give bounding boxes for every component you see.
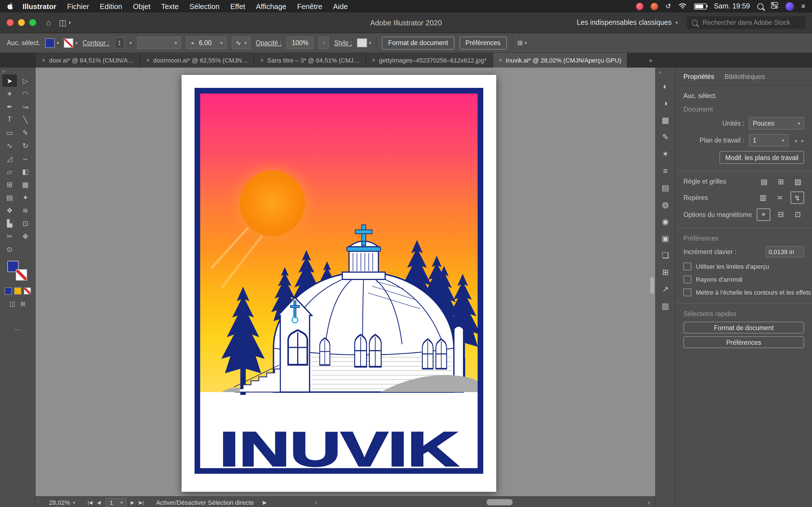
fill-color-control[interactable]: ▾ (45, 38, 59, 48)
wifi-icon[interactable] (678, 2, 687, 10)
width-profile-dropdown[interactable]: ∿ ▾ (232, 37, 251, 49)
stroke-panel-icon[interactable]: ≡ (656, 162, 675, 179)
close-window-button[interactable] (7, 19, 13, 26)
rail-expand-icon[interactable]: « (656, 69, 661, 75)
tool-free-transform[interactable]: ▱ (2, 165, 17, 177)
doc-tab-inuvik-active[interactable]: × Inuvik.ai* @ 28,02% (CMJN/Aperçu GPU) (493, 53, 627, 68)
opacity-input[interactable] (291, 39, 310, 47)
tool-mesh[interactable]: ▦ (18, 178, 33, 190)
key-increment-input[interactable] (766, 246, 804, 258)
opacity-link[interactable]: Opacité : (256, 40, 282, 46)
stroke-weight-input[interactable] (198, 39, 217, 47)
fill-swatch[interactable] (45, 38, 55, 48)
tool-blend[interactable]: ❖ (2, 204, 17, 216)
corner-radii-checkbox[interactable] (683, 276, 691, 283)
tool-column-graph[interactable]: ▙ (2, 217, 17, 229)
zoom-window-button[interactable] (29, 19, 36, 26)
preferences-button[interactable]: Préférences (459, 36, 507, 49)
edit-artboards-button[interactable]: Modif. les plans de travail (719, 151, 804, 164)
tool-paintbrush[interactable]: ✎ (18, 126, 33, 138)
menu-fichier[interactable]: Fichier (67, 2, 89, 10)
previous-artboard-icon[interactable]: ◂ (794, 137, 797, 144)
tool-symbol-sprayer[interactable]: ≋ (18, 204, 33, 216)
align-options-control[interactable]: ⊞ ▾ (517, 39, 527, 47)
tool-slice[interactable]: ✂ (2, 230, 17, 242)
menu-texte[interactable]: Texte (161, 2, 179, 10)
tool-artboard[interactable]: ⊡ (18, 217, 33, 229)
asset-export-panel-icon[interactable]: ↗ (656, 281, 675, 297)
opacity-field[interactable] (287, 37, 314, 49)
tool-magic-wand[interactable]: ✶ (2, 87, 17, 100)
doc-tab-door[interactable]: × door.ai* @ 64,51% (CMJN/A… (36, 53, 140, 68)
apple-logo-icon[interactable] (7, 2, 13, 10)
tool-gradient[interactable]: ▤ (2, 191, 17, 203)
stepper-down-icon[interactable]: ▾ (118, 43, 120, 46)
tab-close-icon[interactable]: × (499, 56, 502, 64)
tool-zoom[interactable]: ⊙ (2, 243, 17, 255)
stroke-weight-field[interactable]: ◄ ▾ (186, 37, 227, 49)
color-panel-icon[interactable]: ◐ (656, 78, 675, 95)
artboards-panel-icon[interactable]: ⊞ (656, 264, 675, 281)
menu-extra-icon-2[interactable] (651, 3, 658, 10)
layers-panel-icon[interactable]: ❏ (656, 247, 675, 264)
tab-overflow-button[interactable]: » (649, 53, 652, 68)
time-machine-icon[interactable]: ↺ (665, 2, 671, 10)
artboard-dropdown[interactable]: 1 ▾ (749, 134, 788, 147)
vertical-scrollbar-thumb[interactable] (650, 277, 654, 294)
opacity-options-button[interactable]: › (319, 37, 329, 49)
brush-definition-dropdown[interactable]: ▾ (137, 37, 181, 49)
tab-close-icon[interactable]: × (371, 56, 375, 64)
menu-effet[interactable]: Effet (231, 2, 245, 10)
snap-to-grid-icon[interactable]: ⊟ (775, 209, 787, 220)
tool-lasso[interactable]: ◠ (18, 87, 33, 100)
tool-rectangle[interactable]: ▭ (2, 126, 17, 138)
style-link[interactable]: Style : (334, 40, 352, 46)
arrange-documents-icon[interactable]: ◫ ▾ (59, 18, 71, 27)
stroke-color-well[interactable] (16, 269, 27, 281)
units-dropdown[interactable]: Pouces ▾ (749, 117, 804, 129)
smart-guides-icon[interactable]: ↯ (791, 191, 804, 204)
preview-bounds-checkbox[interactable] (683, 263, 691, 270)
tool-shaper[interactable]: ∿ (2, 139, 17, 152)
menu-objet[interactable]: Objet (133, 2, 150, 10)
first-artboard-button[interactable]: |◀ (88, 500, 93, 505)
tool-direct-selection[interactable]: ▷ (18, 74, 33, 87)
color-swatch[interactable] (4, 287, 11, 295)
zoom-control[interactable]: 28,02% ▾ (49, 499, 75, 506)
next-artboard-button[interactable]: ▶ (131, 500, 134, 505)
chevron-down-icon[interactable]: ▾ (130, 40, 132, 45)
tool-hand[interactable]: ✥ (18, 230, 33, 242)
edit-toolbar-ellipsis[interactable]: … (13, 323, 21, 332)
tab-close-icon[interactable]: × (260, 56, 264, 64)
canvas-pasteboard[interactable]: INUVIK (36, 68, 655, 496)
scroll-left-icon[interactable]: ‹ (315, 499, 317, 506)
artboard-number-input[interactable] (109, 499, 117, 506)
doc-tab-sans-titre[interactable]: × Sans titre – 3* @ 64,51% (CMJ… (254, 53, 366, 68)
tool-perspective-grid[interactable]: ⊞ (2, 178, 17, 190)
tab-proprietes[interactable]: Propriétés (683, 73, 714, 80)
adobe-stock-searchbox[interactable] (687, 16, 805, 29)
transparency-panel-icon[interactable]: ◍ (656, 196, 675, 213)
tool-rotate[interactable]: ↻ (18, 139, 33, 152)
tab-close-icon[interactable]: × (42, 56, 46, 64)
stroke-swatch[interactable] (64, 38, 73, 48)
gradient-swatch[interactable] (14, 287, 21, 295)
tool-type[interactable]: T (2, 113, 17, 126)
symbols-panel-icon[interactable]: ✶ (656, 145, 675, 162)
last-artboard-button[interactable]: ▶| (139, 500, 144, 505)
artboard-number-field[interactable]: ▾ (105, 498, 126, 507)
status-play-icon[interactable]: ▶ (263, 500, 267, 505)
toolbar-collapse-icon[interactable]: « (0, 68, 5, 74)
tab-bibliotheques[interactable]: Bibliothèques (724, 73, 765, 80)
battery-icon[interactable] (694, 3, 707, 9)
tool-selection[interactable]: ➤ (2, 74, 17, 87)
change-screen-mode-icon[interactable]: ⊞ (20, 300, 26, 307)
stroke-color-control[interactable]: ▾ (64, 38, 78, 48)
libraries-panel-icon[interactable]: ▥ (656, 297, 675, 314)
swatches-panel-icon[interactable]: ▦ (656, 112, 675, 128)
appearance-panel-icon[interactable]: ◉ (656, 213, 675, 230)
tool-pen[interactable]: ✒ (2, 100, 17, 113)
menu-extra-icon-1[interactable] (636, 3, 644, 10)
workspace-switcher[interactable]: Les indispensables classiques ▾ (577, 18, 678, 26)
home-icon[interactable]: ⌂ (46, 18, 51, 27)
